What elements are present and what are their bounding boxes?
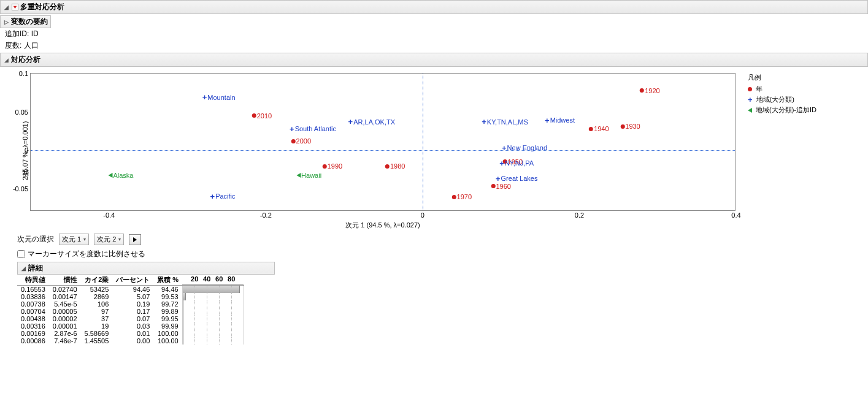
y-tick: 0.05: [15, 109, 31, 116]
freq-value: 人口: [24, 41, 39, 50]
details-title: 詳細: [28, 263, 43, 273]
point-ky-tn-al-ms[interactable]: +KY,TN,AL,MS: [482, 118, 528, 126]
legend-item-region-id: 地域(大分類)-追加ID: [756, 105, 816, 115]
col-header: 累積 %: [153, 275, 182, 286]
dim1-combo[interactable]: 次元 1▾: [59, 234, 89, 245]
y-tick: 0.1: [19, 70, 31, 77]
col-header: パーセント: [112, 275, 153, 286]
legend-item-year: 年: [756, 85, 762, 94]
x-tick: -0.4: [103, 210, 115, 219]
x-tick: 0.2: [575, 210, 584, 219]
table-row: 0.001692.87e-65.586690.01100.00: [17, 330, 244, 337]
legend: 凡例 年 +地域(大分類) 地域(大分類)-追加ID: [735, 73, 816, 230]
table-row: 0.007385.45e-51060.1999.72: [17, 300, 244, 308]
disclosure-sub1[interactable]: ▷: [3, 19, 9, 25]
marker-size-label: マーカーサイズを度数に比例させる: [28, 249, 145, 259]
point-south-atlantic[interactable]: +South Atlantic: [290, 125, 336, 132]
legend-item-region: 地域(大分類): [756, 95, 794, 104]
point-1980[interactable]: 1980: [385, 162, 405, 170]
point-pacific[interactable]: +Pacific: [210, 192, 236, 200]
x-axis-label: 次元 1 (94.5 %, λ=0.027): [30, 211, 735, 230]
point-great-lakes[interactable]: +Great Lakes: [496, 175, 538, 182]
id-value: ID: [31, 29, 39, 38]
point-midwest[interactable]: +Midwest: [545, 116, 575, 124]
point-ny-nj-pa[interactable]: +NY,NJ,PA: [499, 159, 534, 167]
table-row: 0.165530.027405342594.4694.46: [17, 286, 244, 294]
point-hawaii[interactable]: Hawaii: [296, 172, 321, 179]
legend-title: 凡例: [748, 73, 816, 82]
table-row: 0.003160.00001190.0399.99: [17, 322, 244, 330]
x-tick: 0: [421, 210, 424, 219]
table-row: 0.000867.46e-71.455050.00100.00: [17, 337, 244, 345]
point-new-england[interactable]: +New England: [502, 144, 547, 151]
point-1960[interactable]: 1960: [491, 183, 510, 190]
col-header: 慣性: [49, 275, 81, 286]
disclosure-main[interactable]: ◢: [3, 4, 9, 10]
point-1940[interactable]: 1940: [589, 125, 609, 132]
point-1970[interactable]: 1970: [452, 193, 472, 200]
id-label: 追加ID:: [5, 29, 29, 38]
freq-label: 度数:: [5, 41, 21, 50]
point-ar-la-ok-tx[interactable]: +AR,LA,OK,TX: [348, 118, 395, 126]
col-header: 特異値: [17, 275, 49, 286]
main-title: 多重対応分析: [20, 2, 64, 12]
marker-size-checkbox[interactable]: [17, 250, 25, 258]
disclosure-details[interactable]: ◢: [20, 265, 26, 272]
point-1920[interactable]: 1920: [640, 87, 659, 94]
table-row: 0.007040.00005970.1799.89: [17, 308, 244, 315]
point-1930[interactable]: 1930: [620, 123, 640, 130]
point-2010[interactable]: 2010: [252, 112, 272, 120]
dim2-combo[interactable]: 次元 2▾: [94, 234, 124, 245]
y-tick: 0: [25, 147, 31, 154]
col-header: カイ2乗: [81, 275, 113, 286]
point-2000[interactable]: 2000: [291, 137, 311, 145]
point-1990[interactable]: 1990: [323, 162, 342, 170]
sub1-title: 変数の要約: [11, 17, 48, 27]
point-mountain[interactable]: +Mountain: [202, 94, 236, 101]
sub2-title: 対応分析: [11, 55, 40, 65]
go-button[interactable]: [129, 234, 141, 245]
dim-select-label: 次元の選択: [17, 234, 54, 245]
disclosure-sub2[interactable]: ◢: [3, 57, 9, 63]
scatter-plot[interactable]: -0.0500.050.1-0.4-0.200.20.4201020001990…: [30, 73, 735, 211]
menu-dropdown-icon[interactable]: [11, 4, 18, 11]
point-alaska[interactable]: Alaska: [108, 172, 133, 179]
x-tick: 0.4: [731, 210, 740, 219]
table-row: 0.004380.00002370.0799.95: [17, 315, 244, 322]
y-tick: -0.05: [13, 185, 31, 192]
x-tick: -0.2: [260, 210, 272, 219]
details-table: 特異値慣性カイ2乗パーセント累積 %204060800.165530.02740…: [17, 275, 244, 345]
table-row: 0.038360.0014728695.0799.53: [17, 293, 244, 300]
